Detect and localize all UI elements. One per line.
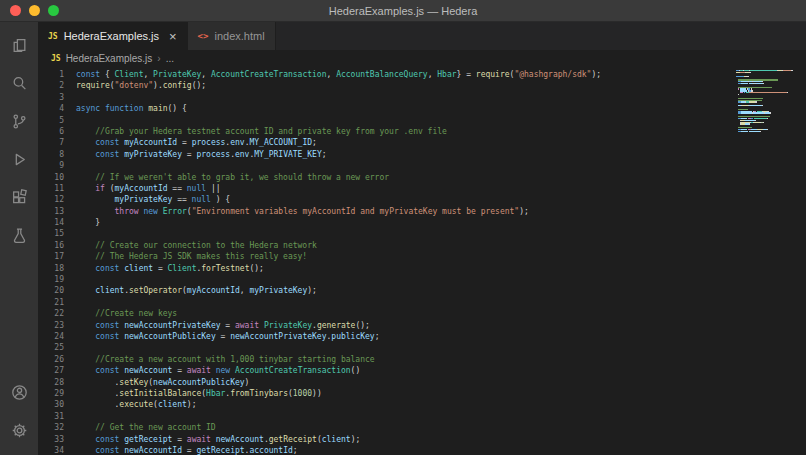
line-number: 19 (38, 274, 64, 285)
line-number: 17 (38, 251, 64, 262)
zoom-window-button[interactable] (48, 5, 59, 16)
line-number: 22 (38, 308, 64, 319)
line-number: 32 (38, 422, 64, 433)
line-number: 30 (38, 399, 64, 410)
code-line[interactable]: 10 // If we weren't able to grab it, we … (38, 172, 806, 183)
code-line[interactable]: 18 const client = Client.forTestnet(); (38, 263, 806, 274)
code-line[interactable]: 3 (38, 92, 806, 103)
breadcrumb-more[interactable]: ... (166, 53, 174, 64)
code-line[interactable]: 30 .execute(client); (38, 399, 806, 410)
explorer-icon[interactable] (0, 26, 38, 64)
close-window-button[interactable] (10, 5, 21, 16)
line-number: 1 (38, 69, 64, 80)
line-number: 11 (38, 183, 64, 194)
code-line[interactable]: 24 const newAccountPublicKey = newAccoun… (38, 331, 806, 342)
code-line[interactable]: 11 if (myAccountId == null || (38, 183, 806, 194)
chevron-right-icon: › (157, 53, 160, 64)
code-line[interactable]: 4async function main() { (38, 103, 806, 114)
line-number: 3 (38, 92, 64, 103)
account-icon[interactable] (0, 373, 38, 411)
extensions-icon[interactable] (0, 178, 38, 216)
code-line[interactable]: 25 (38, 342, 806, 353)
window-controls (10, 0, 59, 21)
line-number: 6 (38, 126, 64, 137)
line-number: 7 (38, 137, 64, 148)
line-number: 10 (38, 172, 64, 183)
line-number: 33 (38, 434, 64, 445)
code-line[interactable]: 22 //Create new keys (38, 308, 806, 319)
line-number: 28 (38, 377, 64, 388)
line-number: 31 (38, 411, 64, 422)
code-line[interactable]: 9 (38, 160, 806, 171)
window-title: HederaExamples.js — Hedera (329, 5, 478, 17)
editor-group: JS HederaExamples.js × <> index.html JS … (38, 22, 806, 455)
line-number: 27 (38, 365, 64, 376)
code-line[interactable]: 1const { Client, PrivateKey, AccountCrea… (38, 69, 806, 80)
line-number: 8 (38, 149, 64, 160)
tab-close-icon[interactable]: × (169, 30, 177, 43)
tab-label: index.html (214, 30, 264, 42)
line-number: 5 (38, 115, 64, 126)
run-and-debug-icon[interactable] (0, 140, 38, 178)
javascript-file-icon: JS (48, 32, 58, 41)
code-line[interactable]: 17 // The Hedera JS SDK makes this reall… (38, 251, 806, 262)
activity-bar (0, 22, 38, 455)
window-title-bar: HederaExamples.js — Hedera (0, 0, 806, 22)
code-line[interactable]: 23 const newAccountPrivateKey = await Pr… (38, 320, 806, 331)
code-line[interactable]: 6 //Grab your Hedera testnet account ID … (38, 126, 806, 137)
line-number: 29 (38, 388, 64, 399)
code-editor[interactable]: 1const { Client, PrivateKey, AccountCrea… (38, 67, 806, 455)
line-number: 16 (38, 240, 64, 251)
tab-bar: JS HederaExamples.js × <> index.html (38, 22, 806, 50)
code-line[interactable]: 29 .setInitialBalance(Hbar.fromTinybars(… (38, 388, 806, 399)
code-line[interactable]: 19 (38, 274, 806, 285)
code-line[interactable]: 31 (38, 411, 806, 422)
tab-index-html[interactable]: <> index.html (188, 22, 276, 50)
code-line[interactable]: 26 //Create a new account with 1,000 tin… (38, 354, 806, 365)
code-line[interactable]: 20 client.setOperator(myAccountId, myPri… (38, 285, 806, 296)
code-line[interactable]: 13 throw new Error("Environment variable… (38, 206, 806, 217)
minimap[interactable] (736, 70, 802, 133)
testing-icon[interactable] (0, 216, 38, 254)
line-number: 25 (38, 342, 64, 353)
line-number: 24 (38, 331, 64, 342)
code-line[interactable]: 2require("dotenv").config(); (38, 80, 806, 91)
line-number: 2 (38, 80, 64, 91)
minimize-window-button[interactable] (29, 5, 40, 16)
code-line[interactable]: 7 const myAccountId = process.env.MY_ACC… (38, 137, 806, 148)
line-number: 23 (38, 320, 64, 331)
code-line[interactable]: 28 .setKey(newAccountPublicKey) (38, 377, 806, 388)
line-number: 21 (38, 297, 64, 308)
line-number: 12 (38, 194, 64, 205)
line-number: 15 (38, 228, 64, 239)
line-number: 4 (38, 103, 64, 114)
settings-gear-icon[interactable] (0, 411, 38, 449)
line-number: 13 (38, 206, 64, 217)
line-number: 9 (38, 160, 64, 171)
code-line[interactable]: 5 (38, 115, 806, 126)
source-control-icon[interactable] (0, 102, 38, 140)
html-file-icon: <> (198, 31, 209, 41)
code-line[interactable]: 15 (38, 228, 806, 239)
code-line[interactable]: 34 const newAccountId = getReceipt.accou… (38, 445, 806, 455)
code-line[interactable]: 21 (38, 297, 806, 308)
tab-label: HederaExamples.js (64, 30, 159, 42)
line-number: 26 (38, 354, 64, 365)
line-number: 14 (38, 217, 64, 228)
search-icon[interactable] (0, 64, 38, 102)
tab-hederaexamples-js[interactable]: JS HederaExamples.js × (38, 22, 188, 50)
code-line[interactable]: 27 const newAccount = await new AccountC… (38, 365, 806, 376)
code-line[interactable]: 32 // Get the new account ID (38, 422, 806, 433)
code-line[interactable]: 12 myPrivateKey == null ) { (38, 194, 806, 205)
code-line[interactable]: 8 const myPrivateKey = process.env.MY_PR… (38, 149, 806, 160)
line-number: 20 (38, 285, 64, 296)
breadcrumb[interactable]: JS HederaExamples.js › ... (38, 50, 806, 67)
javascript-file-icon: JS (51, 54, 61, 63)
code-line[interactable]: 33 const getReceipt = await newAccount.g… (38, 434, 806, 445)
breadcrumb-file[interactable]: HederaExamples.js (66, 53, 153, 64)
code-line[interactable]: 14 } (38, 217, 806, 228)
code-area[interactable]: 1const { Client, PrivateKey, AccountCrea… (38, 69, 806, 455)
code-line[interactable]: 16 // Create our connection to the Heder… (38, 240, 806, 251)
line-number: 18 (38, 263, 64, 274)
line-number: 34 (38, 445, 64, 455)
